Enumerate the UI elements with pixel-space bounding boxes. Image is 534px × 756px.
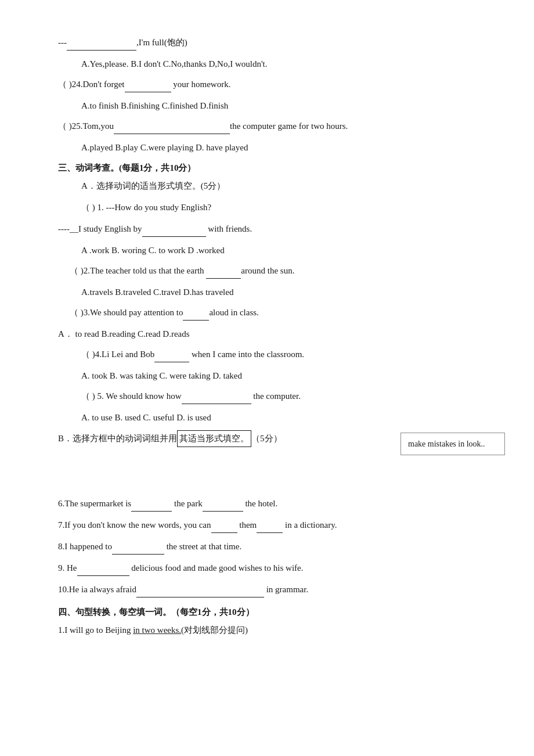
q5-options: A. to use B. used C. useful D. is used — [81, 410, 488, 426]
q5-stem: （ ) 5. We should know how the computer. — [81, 388, 488, 404]
section4-title: 四、句型转换，每空填一词。（每空1分，共10分） — [58, 604, 488, 620]
word-box: make mistakes in look.. — [400, 433, 505, 455]
s4-q1-stem: 1.I will go to Beijing in two weeks.(对划线… — [58, 622, 488, 638]
q25-stem: （ )25.Tom,youthe computer game for two h… — [58, 118, 488, 134]
q6-stem: 6.The supermarket is the park the hotel. — [58, 496, 488, 512]
q1-line2: ----__I study English by with friends. — [58, 221, 488, 237]
q10-stem: 10.He ia always afraid in grammar. — [58, 582, 488, 597]
q3-stem: （ )3.We should pay attention toaloud in … — [70, 305, 488, 321]
section3-title: 三、动词考查。(每题1分，共10分） — [58, 160, 488, 176]
q23-options: A.Yes,please. B.I don't C.No,thanks D,No… — [81, 56, 488, 72]
q24-options: A.to finish B.finishing C.finished D.fin… — [81, 98, 488, 114]
q7-stem: 7.If you don't know the new words, you c… — [58, 517, 488, 533]
q1-stem: （ ) 1. ---How do you study English? — [81, 200, 488, 215]
q2-stem: （ )2.The teacher told us that the earth … — [70, 263, 488, 279]
q4-options: A. took B. was taking C. were taking D. … — [81, 368, 488, 384]
q24-stem: （ )24.Don't forget your homework. — [58, 77, 488, 92]
section3a-title: A．选择动词的适当形式填空。(5分） — [81, 178, 488, 194]
word-box-spacer — [58, 461, 488, 496]
q25-options: A.played B.play C.were playing D. have p… — [81, 140, 488, 156]
q4-stem: （ )4.Li Lei and Bob when I came into the… — [81, 347, 488, 362]
q1-options: A .work B. woring C. to work D .worked — [81, 243, 488, 258]
section3b: B．选择方框中的动词词组并用其适当形式填空。（5分） make mistakes… — [58, 430, 488, 455]
q3-options: A． to read B.reading C.read D.reads — [58, 326, 488, 342]
q9-stem: 9. He delicious food and made good wishe… — [58, 560, 488, 576]
q8-stem: 8.I happened to the street at that time. — [58, 539, 488, 555]
q23-stem: ---,I'm full(饱的) — [58, 35, 488, 51]
q2-options: A.travels B.traveled C.travel D.has trav… — [81, 285, 488, 300]
